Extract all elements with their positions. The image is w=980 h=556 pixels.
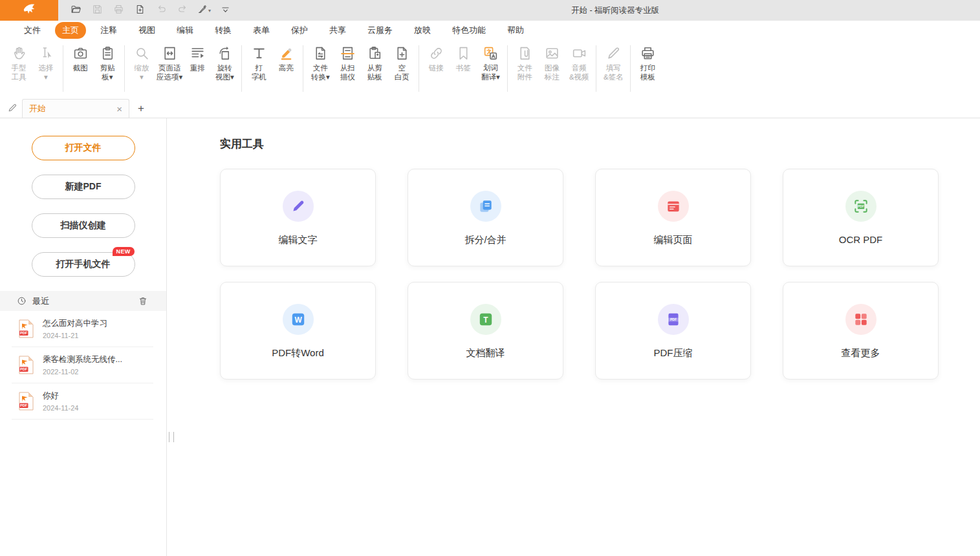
select-cursor-icon [38,45,54,61]
svg-text:PDF: PDF [670,317,677,321]
edit-pages-icon [665,198,682,215]
ribbon-clipboard-button[interactable]: 剪贴 板▾ [94,45,121,82]
recent-file-item[interactable]: PDF 你好 2024-11-24 [12,383,153,420]
menu-edit[interactable]: 编辑 [169,22,201,39]
ribbon-reflow-button[interactable]: 重排 [184,45,211,73]
open-file-button[interactable]: 打开文件 [32,136,135,160]
ribbon-group-create: 文件 转换▾ 从扫 描仪 从剪 贴板 空 白页 [307,45,415,82]
customize-toolbar-button[interactable] [217,3,234,18]
ribbon-zoom-button[interactable]: 缩放 ▾ [128,45,155,82]
scanner-icon [340,45,356,61]
redo-button[interactable] [174,3,191,18]
tool-card-edit-pages[interactable]: 编辑页面 [595,169,751,266]
menu-form[interactable]: 表单 [246,22,277,39]
ribbon-bookmark-button[interactable]: 书签 [450,45,477,73]
ribbon-label: 音频 &视频 [569,63,589,81]
tool-card-see-more[interactable]: 查看更多 [783,282,939,380]
svg-text:PDF: PDF [20,403,28,407]
tool-card-pdf-compress[interactable]: PDF PDF压缩 [595,282,751,380]
print-button[interactable] [110,3,127,18]
ribbon-label: 高亮 [279,63,294,72]
clear-recent-button[interactable] [138,295,148,306]
sidebar-resize-handle[interactable] [169,432,174,442]
undo-icon [156,4,167,17]
edit-pencil-icon[interactable] [7,102,18,113]
menu-cloud[interactable]: 云服务 [360,22,400,39]
ribbon-fit-page-button[interactable]: 页面适 应选项▾ [155,45,184,82]
recent-file-date: 2024-11-21 [43,332,107,339]
ribbon-select-button[interactable]: 选择 ▾ [32,45,60,82]
ribbon-convert-button[interactable]: 文件 转换▾ [307,45,334,82]
ribbon-typewriter-button[interactable]: 打 字机 [245,45,272,82]
create-from-scanner-button[interactable]: 扫描仪创建 [32,213,135,238]
ribbon-blank-page-button[interactable]: 空 白页 [388,45,415,82]
tool-icon-circle [658,191,689,222]
menu-help[interactable]: 帮助 [500,22,531,39]
save-icon [92,4,103,17]
recent-file-item[interactable]: PDF 怎么面对高中学习 2024-11-21 [12,311,153,347]
ribbon-link-button[interactable]: 链接 [422,45,450,73]
typewriter-icon [251,45,267,61]
ribbon-from-clipboard-button[interactable]: 从剪 贴板 [361,45,388,82]
tab-start[interactable]: 开始 × [22,99,129,118]
ribbon-group-capture: 截图 剪贴 板▾ [67,45,121,82]
brush-icon [197,4,208,17]
recent-title: 最近 [32,295,138,307]
menu-comment[interactable]: 注释 [93,22,124,39]
tool-card-label: 编辑页面 [654,234,693,246]
app-logo[interactable] [0,0,58,21]
tool-card-edit-text[interactable]: 编辑文字 [220,169,376,266]
ribbon-highlight-button[interactable]: 高亮 [272,45,299,73]
app-window: ▾ 开始 - 福昕阅读器专业版 文件 主页 注释 视图 编辑 转换 表单 保护 … [0,0,980,556]
rotate-icon [217,45,233,61]
ribbon-from-scanner-button[interactable]: 从扫 描仪 [334,45,361,82]
open-folder-button[interactable] [67,3,84,18]
undo-button[interactable] [153,3,169,18]
ribbon-fill-sign-button[interactable]: 填写 &签名 [600,45,627,82]
open-mobile-file-button[interactable]: 打开手机文件 NEW [32,252,135,277]
share-button[interactable] [131,3,148,18]
tool-icon-circle [283,191,314,222]
tool-icon-circle [845,304,877,335]
ocr-icon: PDF [853,198,869,215]
convert-file-icon [312,45,329,61]
hand-brush-dropdown-button[interactable]: ▾ [195,3,212,18]
ribbon-image-annotation-button[interactable]: 图像 标注 [538,45,565,82]
customize-toolbar-icon [220,4,231,17]
recent-file-date: 2022-11-02 [43,368,122,376]
tool-card-split-merge[interactable]: 拆分/合并 [408,169,563,266]
menu-features[interactable]: 特色功能 [445,22,493,39]
ribbon-rotate-view-button[interactable]: 旋转 视图▾ [211,45,238,82]
new-tab-button[interactable]: + [138,103,144,114]
tool-card-doc-translate[interactable]: T 文档翻译 [408,282,563,380]
ribbon-audio-video-button[interactable]: 音频 &视频 [565,45,593,82]
ribbon-separator [124,45,125,92]
menu-convert[interactable]: 转换 [208,22,239,39]
sidebar: 打开文件 新建PDF 扫描仪创建 打开手机文件 NEW 最近 PDF 怎么面对高… [0,118,167,556]
menu-view[interactable]: 视图 [131,22,162,39]
tab-close-icon[interactable]: × [116,104,122,114]
tool-card-label: PDF压缩 [654,347,693,359]
menu-protect[interactable]: 保护 [284,22,315,39]
create-pdf-button[interactable]: 新建PDF [32,175,135,199]
ribbon-label: 页面适 应选项▾ [157,63,182,81]
ribbon-label: 图像 标注 [545,63,560,81]
ribbon-hand-tool-button[interactable]: 手型 工具 [5,45,32,82]
recent-file-item[interactable]: PDF 乘客检测系统无线传... 2022-11-02 [12,347,153,383]
trash-icon [138,299,148,308]
menu-file[interactable]: 文件 [17,22,48,39]
ribbon-translate-button[interactable]: 划词 翻译▾ [477,45,504,82]
menu-home[interactable]: 主页 [55,22,86,39]
foxit-logo-icon [22,2,36,19]
ribbon-snapshot-button[interactable]: 截图 [67,45,94,73]
clock-icon [17,296,27,306]
ribbon-print-template-button[interactable]: 打印 模板 [634,45,661,82]
save-button[interactable] [89,3,105,18]
tool-cards-grid: 编辑文字 拆分/合并 编辑页面 PDF OCR PDF W PDF转Word [220,169,980,380]
tool-card-ocr-pdf[interactable]: PDF OCR PDF [783,169,939,266]
tool-card-pdf-to-word[interactable]: W PDF转Word [220,282,376,380]
doc-translate-icon: T [477,311,494,328]
menu-share[interactable]: 共享 [322,22,353,39]
menu-present[interactable]: 放映 [407,22,438,39]
ribbon-attachment-button[interactable]: 文件 附件 [511,45,538,82]
